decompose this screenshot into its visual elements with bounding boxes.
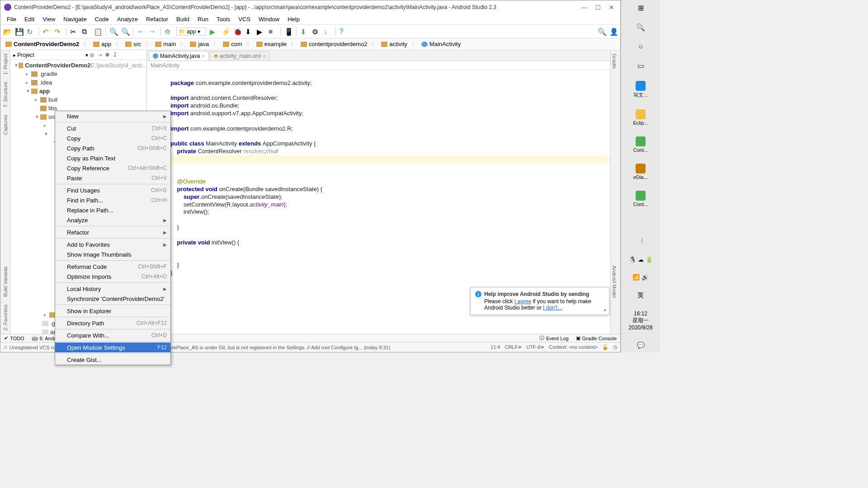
replace-icon[interactable]: 🔍 — [121, 28, 129, 36]
ctx-open-module-settings[interactable]: Open Module SettingsF12 — [55, 343, 170, 352]
line-ending[interactable]: CRLF≑ — [505, 344, 522, 350]
ctx-compare-with[interactable]: Compare With...Ctrl+D — [55, 330, 170, 340]
ctx-add-to-favorites[interactable]: Add to Favorites▶ — [55, 239, 170, 249]
tab-todo[interactable]: ✔ TODO — [0, 335, 28, 341]
ctx-optimize-imports[interactable]: Optimize ImportsCtrl+Alt+O — [55, 272, 170, 282]
crumb-class[interactable]: MainActivity — [418, 39, 464, 49]
ctx-show-in-explorer[interactable]: Show in Explorer — [55, 306, 170, 316]
build-icon[interactable]: ⟰ — [165, 28, 173, 36]
ctx-synchronize-contentproviderdemo2[interactable]: Synchronize 'ContentProviderDemo2' — [55, 294, 170, 304]
open-icon[interactable]: 📂 — [3, 28, 11, 36]
caret-position[interactable]: 11:4 — [491, 344, 500, 350]
menu-code[interactable]: Code — [91, 15, 113, 23]
crumb-example[interactable]: example — [253, 39, 290, 49]
crumb-src[interactable]: src — [122, 39, 144, 49]
menu-bar[interactable]: File Edit View Navigate Code Analyze Ref… — [0, 14, 620, 25]
menu-run[interactable]: Run — [194, 15, 212, 23]
crumb-pkg[interactable]: contentproviderdemo2 — [297, 39, 370, 49]
menu-file[interactable]: File — [3, 15, 20, 23]
close-button[interactable]: ✕ — [609, 4, 614, 11]
notification[interactable]: iHelp improve Android Studio by sending … — [470, 287, 609, 315]
back-icon[interactable]: ← — [137, 28, 145, 36]
ctx-paste[interactable]: PasteCtrl+V — [55, 173, 170, 183]
coverage-icon[interactable]: ▶ — [257, 28, 265, 36]
scroll-to-icon[interactable]: ⊕ — [88, 52, 96, 58]
find-icon[interactable]: 🔍 — [109, 28, 118, 36]
redo-icon[interactable]: ↷ — [54, 28, 62, 36]
menu-edit[interactable]: Edit — [21, 15, 38, 23]
taskbar-app[interactable]: eDia... — [633, 164, 648, 180]
menu-navigate[interactable]: Navigate — [60, 15, 90, 23]
tab-layout[interactable]: ⬘activity_main.xml× — [210, 51, 270, 61]
menu-build[interactable]: Build — [173, 15, 193, 23]
taskbar-app[interactable]: Cont... — [633, 191, 648, 207]
taskbar-app[interactable]: Cont... — [633, 136, 648, 153]
hide-icon[interactable]: ↧ — [111, 52, 119, 58]
tab-mainactivity[interactable]: MainActivity.java× — [149, 51, 209, 61]
agree-link[interactable]: I agree — [514, 298, 531, 305]
tab-structure[interactable]: 7: Structure — [2, 78, 9, 111]
expand-icon[interactable]: ▾ — [604, 308, 606, 313]
save-icon[interactable]: 💾 — [15, 28, 23, 36]
ctx-find-usages[interactable]: Find UsagesCtrl+G — [55, 185, 170, 195]
close-icon[interactable]: × — [263, 53, 265, 59]
menu-tools[interactable]: Tools — [213, 15, 234, 23]
ctx-copy-path[interactable]: Copy PathCtrl+Shift+C — [55, 143, 170, 153]
ctx-copy-reference[interactable]: Copy ReferenceCtrl+Alt+Shift+C — [55, 163, 170, 173]
crumb-java[interactable]: java — [187, 39, 212, 49]
user-icon[interactable]: 👤 — [609, 28, 618, 36]
attach-icon[interactable]: ⬇ — [245, 28, 253, 36]
minimize-button[interactable]: — — [581, 4, 587, 11]
tab-gradle-console[interactable]: ▣ Gradle Console — [572, 335, 620, 342]
avd-icon[interactable]: 📱 — [284, 28, 292, 36]
search-icon[interactable]: 🔍 — [636, 23, 645, 32]
sdk-icon[interactable]: ⬇ — [300, 28, 308, 36]
ctx-new[interactable]: New▶ — [55, 111, 170, 121]
tab-gradle[interactable]: Gradle — [611, 50, 618, 72]
clock[interactable]: 16:12 星期一 2020/9/28 — [628, 310, 652, 331]
tab-build-variants[interactable]: Build Variants — [2, 263, 9, 300]
ctx-cut[interactable]: CutCtrl+X — [55, 123, 170, 133]
taskview-icon[interactable]: ▭ — [637, 61, 644, 70]
search-everywhere-icon[interactable]: 🔍 — [598, 28, 606, 36]
maximize-button[interactable]: ☐ — [595, 4, 601, 11]
action-center-icon[interactable]: 💬 — [637, 342, 645, 349]
menu-view[interactable]: View — [39, 15, 59, 23]
ctx-find-in-path[interactable]: Find in Path...Ctrl+H — [55, 195, 170, 205]
ctx-directory-path[interactable]: Directory PathCtrl+Alt+F12 — [55, 318, 170, 328]
proc-icon[interactable]: ◷ — [613, 344, 618, 350]
lock-icon[interactable]: 🔓 — [602, 344, 609, 350]
settings-icon[interactable]: ✱ — [104, 52, 111, 58]
tray-icons[interactable]: 🐧☁🔋 — [629, 256, 653, 263]
dont-link[interactable]: I don't... — [543, 305, 562, 311]
crumb-com[interactable]: com — [220, 39, 245, 49]
ctx-refactor[interactable]: Refactor▶ — [55, 227, 170, 237]
ctx-copy-as-plain-text[interactable]: Copy as Plain Text — [55, 153, 170, 163]
collapse-icon[interactable]: ⇢ — [96, 52, 104, 58]
project-structure-icon[interactable]: ⚙ — [312, 28, 320, 36]
tab-android-model[interactable]: Android Model — [611, 262, 618, 301]
crumb-activity[interactable]: activity — [378, 39, 410, 49]
taskbar-app[interactable]: 写文... — [633, 81, 647, 99]
ime-indicator[interactable]: 英 — [637, 291, 644, 300]
encoding[interactable]: UTF-8≑ — [526, 344, 544, 350]
taskbar-app[interactable]: Eclip... — [633, 109, 648, 126]
ctx-show-image-thumbnails[interactable]: Show Image Thumbnails — [55, 249, 170, 259]
tab-project[interactable]: 1: Project — [2, 50, 9, 78]
tab-favorites[interactable]: 2: Favorites — [2, 301, 9, 334]
tab-captures[interactable]: Captures — [2, 111, 9, 139]
ctx-local-history[interactable]: Local History▶ — [55, 284, 170, 294]
troubleshoot-icon[interactable]: ↓ — [324, 28, 332, 36]
run-icon[interactable]: ▶ — [210, 28, 218, 36]
forward-icon[interactable]: → — [149, 28, 157, 36]
ctx-replace-in-path[interactable]: Replace in Path... — [55, 205, 170, 215]
ctx-copy[interactable]: CopyCtrl+C — [55, 133, 170, 143]
paste-icon[interactable]: 📋 — [94, 28, 102, 36]
crumb-app[interactable]: app — [90, 39, 114, 49]
sync-icon[interactable]: ↻ — [27, 28, 35, 36]
run-config-selector[interactable]: 📁 app ▾ — [176, 28, 206, 36]
close-icon[interactable]: × — [202, 53, 204, 59]
undo-icon[interactable]: ↶ — [42, 28, 51, 36]
crumb-main[interactable]: main — [152, 39, 179, 49]
ctx-analyze[interactable]: Analyze▶ — [55, 215, 170, 225]
